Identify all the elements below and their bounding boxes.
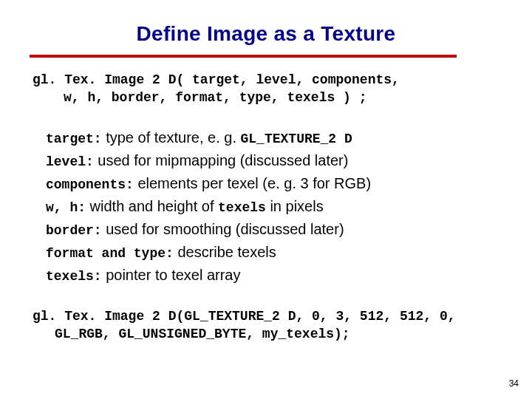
def-wh: w, h: width and height of texels in pixe… xyxy=(46,195,502,218)
def-format-type: format and type: describe texels xyxy=(46,241,502,264)
signature-line-2: w, h, border, format, type, texels ) ; xyxy=(64,89,502,106)
parameter-definitions: target: type of texture, e. g. GL_TEXTUR… xyxy=(46,126,502,287)
title-underline xyxy=(30,55,457,58)
def-term: components: xyxy=(46,177,134,192)
slide: Define Image as a Texture gl. Tex. Image… xyxy=(0,0,532,343)
signature-line-1: gl. Tex. Image 2 D( target, level, compo… xyxy=(33,71,502,89)
def-desc-b: in pixels xyxy=(266,198,324,214)
example-line-1: gl. Tex. Image 2 D(GL_TEXTURE_2 D, 0, 3,… xyxy=(33,307,502,325)
def-components: components: elements per texel (e. g. 3 … xyxy=(46,172,502,195)
example-line-2: GL_RGB, GL_UNSIGNED_BYTE, my_texels); xyxy=(55,325,502,343)
def-desc: describe texels xyxy=(174,244,276,260)
def-term: border: xyxy=(46,223,102,238)
example-call: gl. Tex. Image 2 D(GL_TEXTURE_2 D, 0, 3,… xyxy=(33,307,502,344)
def-code: texels xyxy=(218,200,266,215)
def-term: texels: xyxy=(46,269,102,284)
def-term: target: xyxy=(46,132,102,146)
def-desc: used for mipmapping (discussed later) xyxy=(94,152,349,168)
def-desc: pointer to texel array xyxy=(102,267,241,283)
def-desc: type of texture, e. g. xyxy=(102,129,241,146)
def-desc: used for smoothing (discussed later) xyxy=(102,221,344,237)
slide-title: Define Image as a Texture xyxy=(30,22,502,46)
def-desc: elements per texel (e. g. 3 for RGB) xyxy=(134,175,371,191)
def-term: format and type: xyxy=(46,246,174,261)
def-desc: width and height of xyxy=(86,198,218,214)
def-target: target: type of texture, e. g. GL_TEXTUR… xyxy=(46,126,502,149)
page-number: 34 xyxy=(509,378,519,389)
def-border: border: used for smoothing (discussed la… xyxy=(46,218,502,241)
def-term: w, h: xyxy=(46,200,86,215)
function-signature: gl. Tex. Image 2 D( target, level, compo… xyxy=(33,71,502,107)
def-code: GL_TEXTURE_2 D xyxy=(241,132,352,146)
def-term: level: xyxy=(46,154,94,169)
def-texels: texels: pointer to texel array xyxy=(46,264,502,287)
def-level: level: used for mipmapping (discussed la… xyxy=(46,149,502,172)
